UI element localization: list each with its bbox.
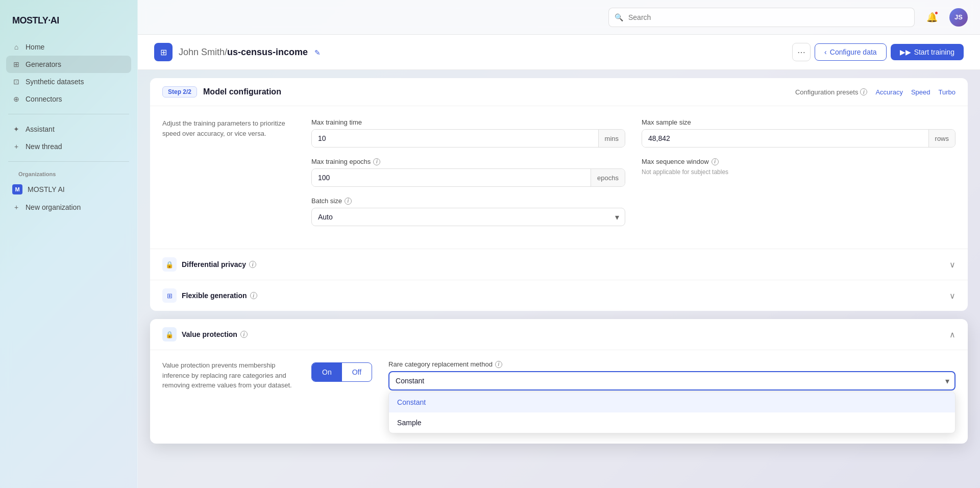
- batch-size-select[interactable]: Auto 32 64 128: [311, 208, 625, 226]
- synthetic-datasets-icon: ⊡: [12, 78, 20, 86]
- max-sample-size-unit: rows: [928, 130, 955, 147]
- configure-chevron-icon: ‹: [824, 48, 827, 56]
- max-training-epochs-field: Max training epochs i 100 epochs: [311, 158, 625, 187]
- differential-privacy-section[interactable]: 🔒 Differential privacy i ∨: [150, 249, 968, 280]
- value-protection-panel: 🔒 Value protection i ∧ Value protection …: [150, 319, 968, 444]
- max-training-time-label: Max training time: [311, 118, 625, 126]
- max-training-time-unit: mins: [598, 130, 625, 147]
- sidebar-divider-1: [8, 114, 129, 114]
- rare-category-dropdown: Constant Sample: [388, 392, 955, 433]
- presets-section: Configuration presets i Accuracy Speed T…: [795, 88, 955, 96]
- play-icon: ▶▶: [900, 48, 911, 56]
- max-sequence-window-note: Not applicable for subject tables: [642, 168, 955, 176]
- start-training-button[interactable]: ▶▶ Start training: [891, 44, 964, 60]
- main-content: 🔍 🔔 JS ⊞ John Smith/us-census-income ✎ ⋯: [138, 0, 980, 488]
- vp-toggle-group: On Off: [311, 362, 372, 382]
- breadcrumb-user: John Smith: [179, 47, 225, 57]
- vp-description: Value protection prevents membership inf…: [162, 360, 295, 433]
- sidebar-item-assistant[interactable]: ✦ Assistant: [6, 120, 131, 138]
- sidebar-item-assistant-label: Assistant: [26, 125, 55, 133]
- vp-title: Value protection i: [182, 330, 248, 338]
- flexible-generation-section[interactable]: ⊞ Flexible generation i ∨: [150, 280, 968, 311]
- notification-dot: [935, 11, 938, 15]
- preset-speed-button[interactable]: Speed: [911, 88, 930, 96]
- dropdown-item-constant[interactable]: Constant: [389, 392, 955, 412]
- presets-info-icon[interactable]: i: [860, 88, 867, 95]
- dp-chevron-icon: ∨: [949, 260, 955, 270]
- sidebar-item-synthetic-datasets-label: Synthetic datasets: [26, 78, 84, 86]
- fields-row-1: Max training time 10 mins Max sample siz…: [311, 118, 955, 148]
- batch-size-field: Batch size i Auto 32 64 128: [311, 197, 625, 226]
- new-org-plus-icon: +: [12, 203, 20, 211]
- max-training-time-field: Max training time 10 mins: [311, 118, 625, 148]
- sidebar-item-home-label: Home: [26, 43, 44, 51]
- config-body: Adjust the training parameters to priori…: [150, 106, 968, 249]
- toggle-off-button[interactable]: Off: [342, 363, 372, 381]
- rare-info-icon[interactable]: i: [495, 361, 502, 368]
- breadcrumb: John Smith/us-census-income ✎: [179, 47, 321, 58]
- preset-turbo-button[interactable]: Turbo: [939, 88, 955, 96]
- avatar[interactable]: JS: [949, 8, 968, 27]
- sidebar-item-home[interactable]: ⌂ Home: [6, 38, 131, 56]
- content-area: Step 2/2 Model configuration Configurati…: [138, 70, 980, 488]
- max-sample-size-label: Max sample size: [642, 118, 955, 126]
- vp-chevron-icon[interactable]: ∧: [949, 330, 955, 339]
- sidebar-item-generators-label: Generators: [26, 60, 61, 68]
- vp-info-icon[interactable]: i: [240, 331, 248, 338]
- max-training-time-input[interactable]: 10: [312, 130, 598, 147]
- sidebar-item-new-org[interactable]: + New organization: [6, 199, 131, 216]
- max-training-epochs-input-group: 100 epochs: [311, 168, 625, 187]
- sidebar-item-new-thread[interactable]: + New thread: [6, 138, 131, 155]
- batch-size-select-wrapper: Auto 32 64 128: [311, 208, 625, 226]
- config-fields: Max training time 10 mins Max sample siz…: [311, 118, 955, 236]
- search-icon: 🔍: [615, 13, 623, 21]
- dropdown-item-sample[interactable]: Sample: [389, 412, 955, 433]
- assistant-section: ✦ Assistant + New thread: [0, 120, 137, 155]
- edit-icon[interactable]: ✎: [314, 48, 321, 57]
- rare-category-label: Rare category replacement method i: [388, 360, 955, 368]
- more-options-button[interactable]: ⋯: [792, 43, 811, 61]
- start-training-label: Start training: [914, 48, 954, 56]
- sidebar-item-org[interactable]: M MOSTLY AI: [6, 180, 131, 199]
- preset-accuracy-button[interactable]: Accuracy: [875, 88, 902, 96]
- notifications-button[interactable]: 🔔: [923, 8, 941, 27]
- fields-row-3: Batch size i Auto 32 64 128: [311, 197, 955, 226]
- batch-size-info-icon[interactable]: i: [345, 198, 352, 205]
- sequence-window-info-icon[interactable]: i: [712, 158, 719, 165]
- vp-header: 🔒 Value protection i ∧: [150, 319, 968, 350]
- organizations-label: Organizations: [6, 168, 131, 180]
- differential-privacy-icon: 🔒: [162, 257, 177, 272]
- toggle-on-button[interactable]: On: [312, 363, 342, 381]
- sidebar-item-generators[interactable]: ⊞ Generators: [6, 56, 131, 73]
- fields-row-2: Max training epochs i 100 epochs: [311, 158, 955, 187]
- batch-size-label: Batch size i: [311, 197, 625, 205]
- configure-data-button[interactable]: ‹ Configure data: [815, 43, 887, 61]
- epochs-info-icon[interactable]: i: [373, 158, 380, 165]
- max-training-epochs-input[interactable]: 100: [312, 169, 591, 186]
- rare-category-select[interactable]: Constant Sample: [388, 371, 955, 391]
- sidebar-item-connectors[interactable]: ⊕ Connectors: [6, 90, 131, 108]
- home-icon: ⌂: [12, 43, 20, 51]
- step-badge: Step 2/2: [162, 86, 197, 97]
- presets-label: Configuration presets i: [795, 88, 868, 96]
- rare-category-section: Rare category replacement method i Const…: [388, 360, 955, 433]
- sidebar-item-connectors-label: Connectors: [26, 95, 62, 103]
- sidebar-item-new-org-label: New organization: [26, 203, 81, 211]
- flexible-gen-icon: ⊞: [162, 288, 177, 303]
- max-sample-size-input[interactable]: 48,842: [642, 130, 928, 147]
- breadcrumb-project: us-census-income: [227, 47, 308, 57]
- page-header: ⊞ John Smith/us-census-income ✎ ⋯ ‹ Conf…: [138, 35, 980, 70]
- app-container: MOSTLY·AI ⌂ Home ⊞ Generators ⊡ Syntheti…: [0, 0, 980, 488]
- config-title: Model configuration: [203, 87, 281, 96]
- search-input[interactable]: [608, 8, 915, 27]
- fg-info-icon[interactable]: i: [250, 292, 257, 299]
- header-actions: ⋯ ‹ Configure data ▶▶ Start training: [792, 43, 964, 61]
- configure-data-label: Configure data: [830, 48, 877, 56]
- fg-chevron-icon: ∨: [949, 291, 955, 301]
- organizations-section: Organizations M MOSTLY AI + New organiza…: [0, 168, 137, 216]
- sidebar-item-synthetic-datasets[interactable]: ⊡ Synthetic datasets: [6, 73, 131, 90]
- differential-privacy-title: Differential privacy i: [182, 260, 256, 269]
- sidebar-item-new-thread-label: New thread: [26, 142, 62, 151]
- max-training-time-input-group: 10 mins: [311, 129, 625, 148]
- dp-info-icon[interactable]: i: [249, 261, 256, 268]
